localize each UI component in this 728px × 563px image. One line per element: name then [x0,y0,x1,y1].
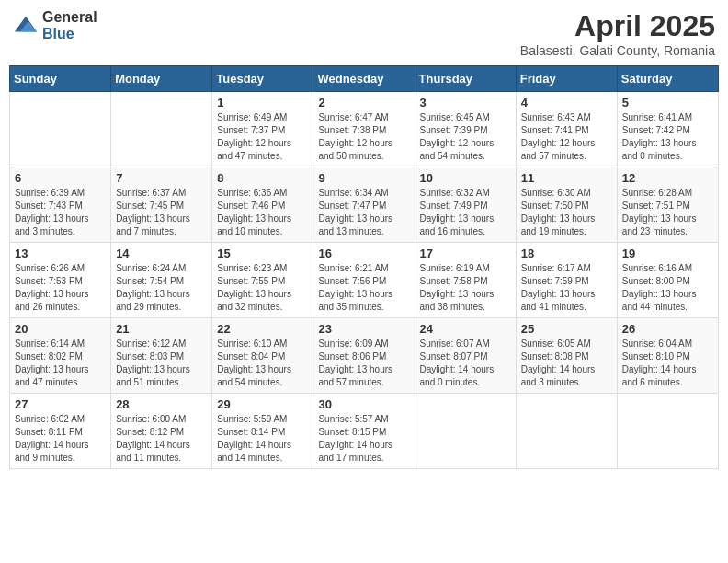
day-info: Sunrise: 6:10 AM Sunset: 8:04 PM Dayligh… [217,338,308,389]
day-number: 30 [318,397,409,411]
location-title: Balasesti, Galati County, Romania [520,43,715,58]
day-info: Sunrise: 5:57 AM Sunset: 8:15 PM Dayligh… [318,413,409,465]
day-number: 23 [318,322,409,336]
weekday-header-friday: Friday [516,66,617,92]
calendar-cell: 10Sunrise: 6:32 AM Sunset: 7:49 PM Dayli… [415,167,516,243]
day-info: Sunrise: 6:26 AM Sunset: 7:53 PM Dayligh… [15,262,106,314]
calendar-cell: 26Sunrise: 6:04 AM Sunset: 8:10 PM Dayli… [617,318,718,394]
day-number: 24 [420,322,511,336]
day-info: Sunrise: 6:36 AM Sunset: 7:46 PM Dayligh… [217,187,308,238]
day-number: 19 [622,247,713,260]
weekday-header-row: SundayMondayTuesdayWednesdayThursdayFrid… [10,66,719,92]
day-info: Sunrise: 6:47 AM Sunset: 7:38 PM Dayligh… [318,111,409,163]
calendar-cell: 28Sunrise: 6:00 AM Sunset: 8:12 PM Dayli… [111,394,212,469]
day-info: Sunrise: 6:49 AM Sunset: 7:37 PM Dayligh… [217,111,308,163]
calendar-cell: 17Sunrise: 6:19 AM Sunset: 7:58 PM Dayli… [415,243,516,318]
day-info: Sunrise: 6:45 AM Sunset: 7:39 PM Dayligh… [420,111,511,163]
calendar-cell: 25Sunrise: 6:05 AM Sunset: 8:08 PM Dayli… [516,318,617,394]
calendar-cell: 2Sunrise: 6:47 AM Sunset: 7:38 PM Daylig… [313,92,415,167]
day-info: Sunrise: 5:59 AM Sunset: 8:14 PM Dayligh… [217,413,308,465]
calendar-cell: 27Sunrise: 6:02 AM Sunset: 8:11 PM Dayli… [10,394,111,469]
day-number: 2 [318,96,409,109]
day-number: 16 [318,247,409,260]
day-number: 11 [521,171,612,185]
day-info: Sunrise: 6:09 AM Sunset: 8:06 PM Dayligh… [318,338,409,389]
calendar-cell: 19Sunrise: 6:16 AM Sunset: 8:00 PM Dayli… [617,243,718,318]
calendar-cell [111,92,212,167]
calendar-cell: 8Sunrise: 6:36 AM Sunset: 7:46 PM Daylig… [212,167,313,243]
day-number: 22 [217,322,308,336]
calendar-cell [617,394,718,469]
day-info: Sunrise: 6:02 AM Sunset: 8:11 PM Dayligh… [15,413,106,465]
day-info: Sunrise: 6:17 AM Sunset: 7:59 PM Dayligh… [521,262,612,314]
day-number: 13 [15,247,106,260]
day-number: 25 [521,322,612,336]
weekday-header-thursday: Thursday [415,66,516,92]
calendar-cell: 23Sunrise: 6:09 AM Sunset: 8:06 PM Dayli… [313,318,415,394]
day-info: Sunrise: 6:19 AM Sunset: 7:58 PM Dayligh… [420,262,511,314]
calendar-cell: 4Sunrise: 6:43 AM Sunset: 7:41 PM Daylig… [516,92,617,167]
calendar-week-row: 20Sunrise: 6:14 AM Sunset: 8:02 PM Dayli… [10,318,719,394]
calendar-cell: 6Sunrise: 6:39 AM Sunset: 7:43 PM Daylig… [10,167,111,243]
logo-blue-text: Blue [42,26,97,42]
day-info: Sunrise: 6:24 AM Sunset: 7:54 PM Dayligh… [116,262,207,314]
day-info: Sunrise: 6:34 AM Sunset: 7:47 PM Dayligh… [318,187,409,238]
calendar-cell: 7Sunrise: 6:37 AM Sunset: 7:45 PM Daylig… [111,167,212,243]
calendar-cell: 5Sunrise: 6:41 AM Sunset: 7:42 PM Daylig… [617,92,718,167]
calendar-week-row: 27Sunrise: 6:02 AM Sunset: 8:11 PM Dayli… [10,394,719,469]
day-number: 4 [521,96,612,109]
day-number: 3 [420,96,511,109]
day-number: 15 [217,247,308,260]
calendar-cell: 21Sunrise: 6:12 AM Sunset: 8:03 PM Dayli… [111,318,212,394]
logo-icon [13,13,39,39]
day-number: 27 [15,397,106,411]
calendar-week-row: 1Sunrise: 6:49 AM Sunset: 7:37 PM Daylig… [10,92,719,167]
day-number: 6 [15,171,106,185]
day-number: 14 [116,247,207,260]
day-number: 5 [622,96,713,109]
day-number: 7 [116,171,207,185]
calendar-cell: 12Sunrise: 6:28 AM Sunset: 7:51 PM Dayli… [617,167,718,243]
day-info: Sunrise: 6:23 AM Sunset: 7:55 PM Dayligh… [217,262,308,314]
header: General Blue April 2025 Balasesti, Galat… [9,9,719,58]
weekday-header-monday: Monday [111,66,212,92]
calendar-cell: 11Sunrise: 6:30 AM Sunset: 7:50 PM Dayli… [516,167,617,243]
calendar-cell: 13Sunrise: 6:26 AM Sunset: 7:53 PM Dayli… [10,243,111,318]
weekday-header-wednesday: Wednesday [313,66,415,92]
logo: General Blue [13,9,97,41]
day-info: Sunrise: 6:14 AM Sunset: 8:02 PM Dayligh… [15,338,106,389]
day-number: 12 [622,171,713,185]
calendar-week-row: 13Sunrise: 6:26 AM Sunset: 7:53 PM Dayli… [10,243,719,318]
day-number: 26 [622,322,713,336]
day-number: 28 [116,397,207,411]
day-info: Sunrise: 6:39 AM Sunset: 7:43 PM Dayligh… [15,187,106,238]
calendar-cell [516,394,617,469]
day-info: Sunrise: 6:28 AM Sunset: 7:51 PM Dayligh… [622,187,713,238]
day-number: 1 [217,96,308,109]
calendar-cell: 1Sunrise: 6:49 AM Sunset: 7:37 PM Daylig… [212,92,313,167]
title-area: April 2025 Balasesti, Galati County, Rom… [520,9,715,58]
calendar-cell: 9Sunrise: 6:34 AM Sunset: 7:47 PM Daylig… [313,167,415,243]
calendar-cell [415,394,516,469]
calendar-cell: 24Sunrise: 6:07 AM Sunset: 8:07 PM Dayli… [415,318,516,394]
day-info: Sunrise: 6:21 AM Sunset: 7:56 PM Dayligh… [318,262,409,314]
day-info: Sunrise: 6:07 AM Sunset: 8:07 PM Dayligh… [420,338,511,389]
day-info: Sunrise: 6:12 AM Sunset: 8:03 PM Dayligh… [116,338,207,389]
day-number: 29 [217,397,308,411]
day-info: Sunrise: 6:16 AM Sunset: 8:00 PM Dayligh… [622,262,713,314]
weekday-header-tuesday: Tuesday [212,66,313,92]
calendar-week-row: 6Sunrise: 6:39 AM Sunset: 7:43 PM Daylig… [10,167,719,243]
day-info: Sunrise: 6:00 AM Sunset: 8:12 PM Dayligh… [116,413,207,465]
weekday-header-sunday: Sunday [10,66,111,92]
calendar-cell: 29Sunrise: 5:59 AM Sunset: 8:14 PM Dayli… [212,394,313,469]
calendar-cell: 3Sunrise: 6:45 AM Sunset: 7:39 PM Daylig… [415,92,516,167]
calendar-cell: 15Sunrise: 6:23 AM Sunset: 7:55 PM Dayli… [212,243,313,318]
day-number: 20 [15,322,106,336]
day-info: Sunrise: 6:05 AM Sunset: 8:08 PM Dayligh… [521,338,612,389]
day-info: Sunrise: 6:30 AM Sunset: 7:50 PM Dayligh… [521,187,612,238]
day-info: Sunrise: 6:43 AM Sunset: 7:41 PM Dayligh… [521,111,612,163]
calendar-cell: 22Sunrise: 6:10 AM Sunset: 8:04 PM Dayli… [212,318,313,394]
day-info: Sunrise: 6:41 AM Sunset: 7:42 PM Dayligh… [622,111,713,163]
calendar-cell: 20Sunrise: 6:14 AM Sunset: 8:02 PM Dayli… [10,318,111,394]
day-number: 10 [420,171,511,185]
